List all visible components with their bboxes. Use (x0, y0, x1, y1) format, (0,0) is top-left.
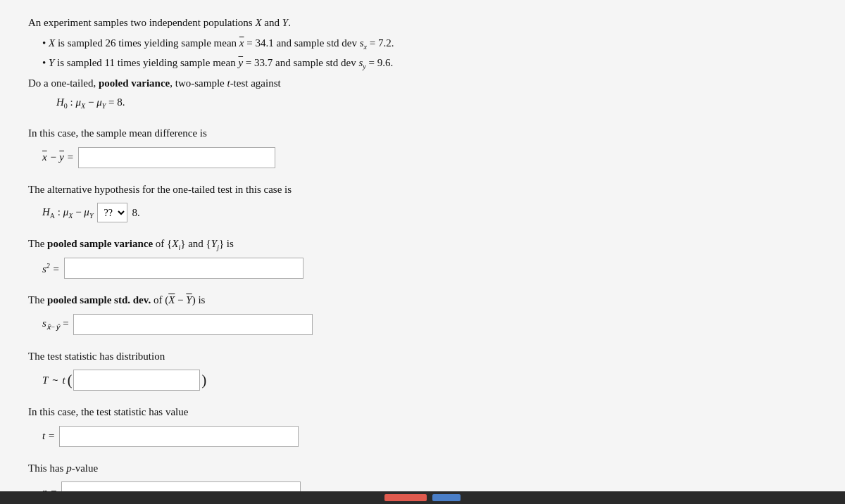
dist-input[interactable] (73, 370, 200, 391)
mean-diff-row: x − y = (42, 147, 817, 168)
s-xy-sub: x̄−ȳ (46, 323, 60, 331)
Xi-label: Xi (172, 238, 180, 249)
dist-math-T: T (42, 374, 48, 386)
minus-sign: − (175, 294, 186, 305)
alt-hyp-label: The alternative hypothesis for the one-t… (28, 181, 817, 199)
minus1: − (49, 151, 59, 163)
dist-label: The test statistic has distribution (28, 348, 817, 366)
test-stat-math: t = (42, 430, 55, 442)
pooled-std-input[interactable] (73, 314, 313, 335)
bullet-x-var: X (49, 37, 55, 49)
section-alt-hyp: The alternative hypothesis for the one-t… (28, 181, 817, 223)
t-val-eq: = (48, 430, 55, 441)
test-direction: Do a one-tailed, pooled variance, two-sa… (28, 75, 817, 93)
pooled-std-row: sx̄−ȳ = (42, 314, 817, 335)
ha-Y-sub: Y (89, 212, 94, 220)
section-distribution: The test statistic has distribution T ~ … (28, 348, 817, 391)
sx-sub: x (364, 43, 367, 51)
h0-sub: 0 (64, 102, 68, 110)
mean-diff-input[interactable] (78, 147, 275, 168)
dist-sim: ~ (52, 374, 58, 386)
h0-row: H0 : μX − μY = 8. (56, 94, 817, 112)
h0-minus: − (88, 96, 96, 108)
dist-row: T ~ t ( ) (42, 370, 817, 391)
pooled-var-row: s2 = (42, 258, 817, 279)
ha-sub: A (50, 212, 55, 220)
t-label: t (227, 77, 230, 89)
var-X: X (255, 17, 261, 28)
eq1: = (67, 151, 74, 163)
xbar2: x (42, 151, 47, 163)
bullet-x-text: is sampled 26 times yielding sample mean… (55, 37, 394, 49)
pooled-var-math: s2 = (42, 262, 60, 275)
alt-hyp-row: HA : μX − μY ?? < > ≤ ≥ = ≠ 8. (42, 203, 817, 222)
ha-label: HA : μX − μY (42, 206, 93, 220)
alt-hyp-dropdown[interactable]: ?? < > ≤ ≥ = ≠ (97, 203, 127, 222)
section-pooled-var: The pooled sample variance of {Xi} and {… (28, 235, 817, 279)
h0-label: H0 : μX − μY = 8. (56, 94, 125, 112)
ha-mu-y: μY (84, 206, 93, 218)
mean-diff-label: In this case, the sample mean difference… (28, 125, 817, 143)
section-pooled-std: The pooled sample std. dev. of (X − Y) i… (28, 291, 817, 335)
s-xy-eq: = (62, 317, 69, 329)
h0-mu-y: μY (96, 96, 106, 108)
sx-label: sx (360, 37, 367, 49)
dist-math-t: t (63, 374, 65, 386)
pvalue-label: This has p-value (28, 460, 817, 478)
p-italic: p (66, 462, 72, 474)
bullet-y-text: is sampled 11 times yielding sample mean… (54, 57, 393, 68)
pooled-var-input[interactable] (64, 258, 303, 279)
ybar2: y (59, 151, 64, 163)
ybar: y (238, 57, 243, 68)
xbar: x (239, 37, 244, 49)
h0-H: H (56, 96, 64, 108)
Xi-sub: i (178, 244, 180, 251)
t-val-label: t (42, 430, 45, 441)
bottom-bar-red (384, 494, 427, 501)
h0-Y-sub: Y (102, 102, 106, 110)
pooled-var-bold: pooled sample variance (47, 238, 153, 249)
sy-label: sy (358, 57, 365, 68)
pooled-std-math: sx̄−ȳ = (42, 317, 69, 331)
bullet-list: X is sampled 26 times yielding sample me… (42, 34, 817, 73)
sy-sub: y (363, 63, 365, 70)
h0-X-sub: X (81, 102, 85, 110)
Xbar-label: X (168, 294, 175, 305)
Ybar-label: Y (186, 294, 192, 305)
section-test-stat: In this case, the test statistic has val… (28, 403, 817, 447)
h0-equals: = 8. (108, 96, 125, 108)
main-page: An experiment samples two independent po… (0, 0, 845, 504)
pooled-variance-label: pooled variance (99, 77, 170, 89)
mean-diff-math: x − y = (42, 151, 74, 163)
section-mean-diff: In this case, the sample mean difference… (28, 125, 817, 168)
test-stat-input[interactable] (59, 426, 299, 447)
s2-eq: = (53, 263, 60, 275)
Yj-label: Yj (211, 238, 219, 249)
intro-block: An experiment samples two independent po… (28, 14, 817, 112)
ha-colon: : (58, 206, 63, 218)
ha-H: H (42, 206, 50, 218)
Yj-sub: j (217, 244, 219, 251)
bottom-bar (0, 491, 845, 504)
intro-line1: An experiment samples two independent po… (28, 17, 291, 28)
dist-close-paren: ) (201, 372, 206, 389)
ha-mu-x: μX (63, 206, 73, 218)
bottom-bar-blue (432, 494, 461, 501)
dist-open-paren: ( (68, 372, 73, 389)
s2-sup: 2 (46, 262, 50, 270)
bullet-y: Y is sampled 11 times yielding sample me… (42, 53, 817, 73)
h0-mu-x: μX (76, 96, 86, 108)
test-stat-row: t = (42, 426, 817, 447)
test-stat-label: In this case, the test statistic has val… (28, 403, 817, 422)
ha-minus: − (75, 206, 84, 218)
pooled-std-label: The pooled sample std. dev. of (X − Y) i… (28, 291, 817, 310)
h0-colon: : (70, 96, 76, 108)
pooled-std-bold: pooled sample std. dev. (47, 294, 151, 305)
alt-hyp-val: 8. (132, 207, 139, 219)
var-Y: Y (282, 17, 288, 28)
ha-X-sub: X (68, 212, 73, 220)
bullet-x: X is sampled 26 times yielding sample me… (42, 34, 817, 53)
pooled-var-label: The pooled sample variance of {Xi} and {… (28, 235, 817, 253)
